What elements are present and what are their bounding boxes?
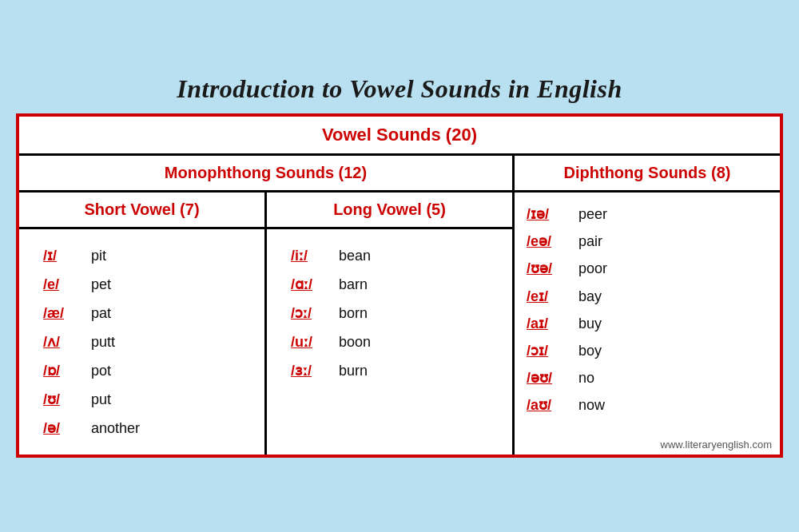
monophthong-header: Monophthong Sounds (12) — [19, 156, 515, 190]
ipa-symbol: /eɪ/ — [527, 283, 578, 310]
example-word: peer — [578, 200, 607, 228]
vowel-sounds-label: Vowel Sounds (20) — [322, 125, 477, 145]
example-word: burn — [339, 356, 368, 385]
list-item: /ɪ/pit — [43, 241, 256, 270]
example-word: another — [91, 414, 140, 443]
list-item: /ɪə/peer — [527, 200, 772, 228]
list-item: /ɔː/born — [291, 299, 504, 328]
ipa-symbol: /ɜː/ — [291, 356, 339, 385]
short-vowel-data: /ɪ/pit/e/pet/æ/pat/ʌ/putt/ɒ/pot/ʊ/put/ə/… — [19, 229, 267, 455]
ipa-symbol: /ɪə/ — [527, 200, 578, 228]
monodiphthong-row: Monophthong Sounds (12) Diphthong Sounds… — [19, 156, 780, 193]
list-item: /ə/another — [43, 414, 256, 443]
example-word: now — [578, 391, 605, 419]
short-long-data-row: /ɪ/pit/e/pet/æ/pat/ʌ/putt/ɒ/pot/ʊ/put/ə/… — [19, 229, 512, 455]
ipa-symbol: /ɪ/ — [43, 241, 91, 270]
page-title: Introduction to Vowel Sounds in English — [177, 74, 622, 104]
ipa-symbol: /ʊ/ — [43, 385, 91, 414]
short-vowel-col-header: Short Vowel (7) — [19, 193, 267, 227]
ipa-symbol: /uː/ — [291, 328, 339, 356]
short-long-header-row: Short Vowel (7) Long Vowel (5) — [19, 193, 512, 229]
example-word: putt — [91, 328, 115, 356]
list-item: /aʊ/now — [527, 391, 772, 419]
ipa-symbol: /ʌ/ — [43, 328, 91, 356]
ipa-symbol: /æ/ — [43, 299, 91, 328]
example-word: pat — [91, 299, 111, 328]
example-word: buy — [578, 310, 602, 337]
example-word: pot — [91, 356, 111, 385]
list-item: /ʊə/poor — [527, 255, 772, 282]
list-item: /əʊ/no — [527, 364, 772, 391]
list-item: /e/pet — [43, 270, 256, 299]
vowel-sounds-header: Vowel Sounds (20) — [19, 117, 780, 156]
long-vowel-col-header: Long Vowel (5) — [267, 193, 512, 227]
ipa-symbol: /aɪ/ — [527, 310, 578, 337]
list-item: /eɪ/bay — [527, 283, 772, 310]
content-area: Short Vowel (7) Long Vowel (5) /ɪ/pit/e/… — [19, 193, 780, 455]
example-word: bean — [339, 241, 371, 270]
list-item: /ʊ/put — [43, 385, 256, 414]
ipa-symbol: /ʊə/ — [527, 255, 578, 282]
example-word: poor — [578, 255, 607, 282]
list-item: /uː/boon — [291, 328, 504, 356]
left-area: Short Vowel (7) Long Vowel (5) /ɪ/pit/e/… — [19, 193, 515, 455]
ipa-symbol: /iː/ — [291, 241, 339, 270]
list-item: /iː/bean — [291, 241, 504, 270]
ipa-symbol: /ɑː/ — [291, 270, 339, 299]
list-item: /ɔɪ/boy — [527, 337, 772, 364]
ipa-symbol: /e/ — [43, 270, 91, 299]
list-item: /eə/pair — [527, 228, 772, 255]
list-item: /ɜː/burn — [291, 356, 504, 385]
example-word: bay — [578, 283, 602, 310]
list-item: /ɑː/barn — [291, 270, 504, 299]
long-vowel-data: /iː/bean/ɑː/barn/ɔː/born/uː/boon/ɜː/burn — [267, 229, 512, 455]
diphthong-area: /ɪə/peer/eə/pair/ʊə/poor/eɪ/bay/aɪ/buy/ɔ… — [515, 193, 780, 455]
list-item: /ʌ/putt — [43, 328, 256, 356]
ipa-symbol: /ɒ/ — [43, 356, 91, 385]
ipa-symbol: /eə/ — [527, 228, 578, 255]
monophthong-label: Monophthong Sounds (12) — [165, 164, 367, 181]
ipa-symbol: /aʊ/ — [527, 391, 578, 419]
example-word: boy — [578, 337, 602, 364]
diphthong-data: /ɪə/peer/eə/pair/ʊə/poor/eɪ/bay/aɪ/buy/ɔ… — [515, 193, 780, 439]
example-word: put — [91, 385, 111, 414]
example-word: no — [578, 364, 594, 391]
website: www.literaryenglish.com — [515, 439, 780, 455]
example-word: barn — [339, 270, 368, 299]
long-vowel-label: Long Vowel (5) — [333, 200, 446, 218]
example-word: pit — [91, 241, 106, 270]
ipa-symbol: /əʊ/ — [527, 364, 578, 391]
example-word: born — [339, 299, 368, 328]
ipa-symbol: /ə/ — [43, 414, 91, 443]
list-item: /æ/pat — [43, 299, 256, 328]
short-vowel-label: Short Vowel (7) — [84, 200, 199, 218]
example-word: pair — [578, 228, 602, 255]
example-word: pet — [91, 270, 111, 299]
diphthong-header: Diphthong Sounds (8) — [515, 156, 780, 190]
main-table: Vowel Sounds (20) Monophthong Sounds (12… — [16, 113, 783, 458]
diphthong-label: Diphthong Sounds (8) — [564, 164, 731, 181]
ipa-symbol: /ɔɪ/ — [527, 337, 578, 364]
ipa-symbol: /ɔː/ — [291, 299, 339, 328]
list-item: /ɒ/pot — [43, 356, 256, 385]
example-word: boon — [339, 328, 371, 356]
list-item: /aɪ/buy — [527, 310, 772, 337]
